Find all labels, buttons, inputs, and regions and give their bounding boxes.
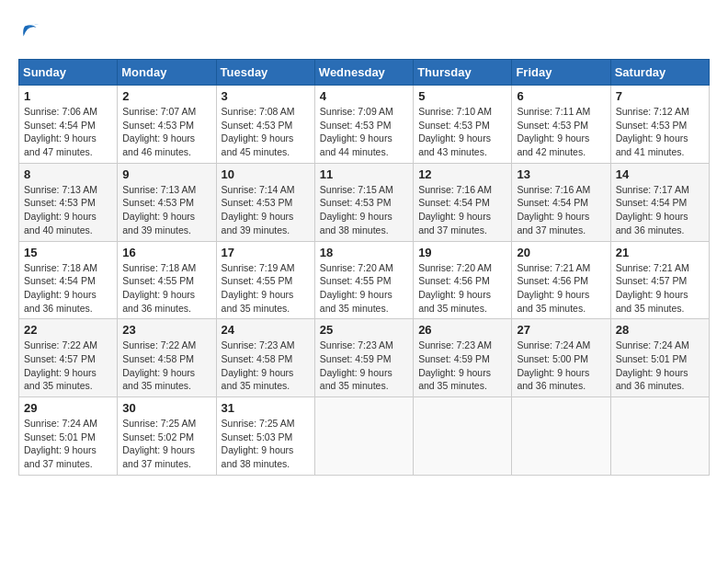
calendar-cell: 9 Sunrise: 7:13 AM Sunset: 4:53 PM Dayli… [118,163,216,241]
day-number: 6 [517,89,605,103]
day-number: 20 [517,246,605,259]
calendar-cell: 31 Sunrise: 7:25 AM Sunset: 5:03 PM Dayl… [216,397,314,476]
day-info: Sunrise: 7:12 AM Sunset: 4:53 PM Dayligh… [616,105,704,159]
day-number: 25 [320,323,408,337]
day-number: 17 [222,246,310,259]
page-header [18,18,710,44]
day-number: 5 [418,89,506,103]
day-info: Sunrise: 7:17 AM Sunset: 4:54 PM Dayligh… [616,183,704,237]
calendar-cell: 20 Sunrise: 7:21 AM Sunset: 4:56 PM Dayl… [512,241,610,319]
day-number: 18 [320,246,408,259]
day-number: 10 [222,167,310,181]
day-info: Sunrise: 7:07 AM Sunset: 4:53 PM Dayligh… [122,105,210,159]
day-info: Sunrise: 7:25 AM Sunset: 5:02 PM Dayligh… [122,417,210,471]
calendar-week-2: 8 Sunrise: 7:13 AM Sunset: 4:53 PM Dayli… [19,163,710,241]
weekday-header-monday: Monday [118,60,216,86]
day-info: Sunrise: 7:19 AM Sunset: 4:55 PM Dayligh… [222,261,310,316]
calendar-cell: 27 Sunrise: 7:24 AM Sunset: 5:00 PM Dayl… [512,319,610,397]
calendar-header-row: SundayMondayTuesdayWednesdayThursdayFrid… [19,60,710,86]
day-number: 4 [320,89,408,103]
calendar-cell: 6 Sunrise: 7:11 AM Sunset: 4:53 PM Dayli… [512,86,610,164]
day-info: Sunrise: 7:21 AM Sunset: 4:57 PM Dayligh… [616,261,704,316]
day-number: 19 [418,246,506,259]
calendar-cell: 16 Sunrise: 7:18 AM Sunset: 4:55 PM Dayl… [118,241,216,319]
logo [18,18,48,44]
day-info: Sunrise: 7:23 AM Sunset: 4:58 PM Dayligh… [222,339,310,393]
day-info: Sunrise: 7:06 AM Sunset: 4:54 PM Dayligh… [24,105,112,159]
day-info: Sunrise: 7:22 AM Sunset: 4:58 PM Dayligh… [122,339,210,393]
day-number: 9 [122,167,210,181]
calendar-cell [512,397,610,476]
day-number: 30 [122,401,210,415]
calendar-cell: 28 Sunrise: 7:24 AM Sunset: 5:01 PM Dayl… [610,319,709,397]
day-info: Sunrise: 7:25 AM Sunset: 5:03 PM Dayligh… [222,417,310,471]
day-number: 1 [24,89,112,103]
weekday-header-thursday: Thursday [414,60,512,86]
calendar-cell [414,397,512,476]
calendar-cell: 12 Sunrise: 7:16 AM Sunset: 4:54 PM Dayl… [414,163,512,241]
day-info: Sunrise: 7:09 AM Sunset: 4:53 PM Dayligh… [320,105,408,159]
day-info: Sunrise: 7:24 AM Sunset: 5:00 PM Dayligh… [517,339,605,393]
weekday-header-saturday: Saturday [610,60,709,86]
calendar-cell: 1 Sunrise: 7:06 AM Sunset: 4:54 PM Dayli… [19,86,118,164]
day-number: 3 [222,89,310,103]
weekday-header-wednesday: Wednesday [314,60,413,86]
day-number: 16 [122,246,210,259]
day-info: Sunrise: 7:13 AM Sunset: 4:53 PM Dayligh… [24,183,112,237]
calendar-cell: 25 Sunrise: 7:23 AM Sunset: 4:59 PM Dayl… [314,319,413,397]
day-info: Sunrise: 7:21 AM Sunset: 4:56 PM Dayligh… [517,261,605,316]
weekday-header-sunday: Sunday [19,60,118,86]
calendar-cell: 11 Sunrise: 7:15 AM Sunset: 4:53 PM Dayl… [314,163,413,241]
calendar-week-1: 1 Sunrise: 7:06 AM Sunset: 4:54 PM Dayli… [19,86,710,164]
calendar-cell [610,397,709,476]
calendar-week-5: 29 Sunrise: 7:24 AM Sunset: 5:01 PM Dayl… [19,397,710,476]
day-number: 8 [24,167,112,181]
day-info: Sunrise: 7:14 AM Sunset: 4:53 PM Dayligh… [222,183,310,237]
day-info: Sunrise: 7:24 AM Sunset: 5:01 PM Dayligh… [616,339,704,393]
day-info: Sunrise: 7:22 AM Sunset: 4:57 PM Dayligh… [24,339,112,393]
day-info: Sunrise: 7:18 AM Sunset: 4:54 PM Dayligh… [24,261,112,316]
day-number: 22 [24,323,112,337]
calendar-cell: 5 Sunrise: 7:10 AM Sunset: 4:53 PM Dayli… [414,86,512,164]
calendar-cell: 26 Sunrise: 7:23 AM Sunset: 4:59 PM Dayl… [414,319,512,397]
day-number: 11 [320,167,408,181]
day-number: 31 [222,401,310,415]
weekday-header-tuesday: Tuesday [216,60,314,86]
calendar-cell: 22 Sunrise: 7:22 AM Sunset: 4:57 PM Dayl… [19,319,118,397]
day-number: 26 [418,323,506,337]
day-number: 15 [24,246,112,259]
day-info: Sunrise: 7:24 AM Sunset: 5:01 PM Dayligh… [24,417,112,471]
calendar-cell: 10 Sunrise: 7:14 AM Sunset: 4:53 PM Dayl… [216,163,314,241]
day-number: 23 [122,323,210,337]
day-number: 29 [24,401,112,415]
calendar-cell: 15 Sunrise: 7:18 AM Sunset: 4:54 PM Dayl… [19,241,118,319]
day-info: Sunrise: 7:15 AM Sunset: 4:53 PM Dayligh… [320,183,408,237]
calendar-cell: 21 Sunrise: 7:21 AM Sunset: 4:57 PM Dayl… [610,241,709,319]
calendar-cell: 7 Sunrise: 7:12 AM Sunset: 4:53 PM Dayli… [610,86,709,164]
day-info: Sunrise: 7:20 AM Sunset: 4:55 PM Dayligh… [320,261,408,316]
day-number: 7 [616,89,704,103]
calendar-week-3: 15 Sunrise: 7:18 AM Sunset: 4:54 PM Dayl… [19,241,710,319]
day-number: 12 [418,167,506,181]
calendar-cell: 29 Sunrise: 7:24 AM Sunset: 5:01 PM Dayl… [19,397,118,476]
day-number: 14 [616,167,704,181]
day-number: 28 [616,323,704,337]
day-info: Sunrise: 7:13 AM Sunset: 4:53 PM Dayligh… [122,183,210,237]
calendar-cell: 18 Sunrise: 7:20 AM Sunset: 4:55 PM Dayl… [314,241,413,319]
calendar-cell: 13 Sunrise: 7:16 AM Sunset: 4:54 PM Dayl… [512,163,610,241]
day-info: Sunrise: 7:16 AM Sunset: 4:54 PM Dayligh… [517,183,605,237]
day-info: Sunrise: 7:11 AM Sunset: 4:53 PM Dayligh… [517,105,605,159]
day-number: 21 [616,246,704,259]
calendar-cell: 30 Sunrise: 7:25 AM Sunset: 5:02 PM Dayl… [118,397,216,476]
calendar-cell [314,397,413,476]
calendar-table: SundayMondayTuesdayWednesdayThursdayFrid… [18,59,710,476]
calendar-cell: 23 Sunrise: 7:22 AM Sunset: 4:58 PM Dayl… [118,319,216,397]
weekday-header-friday: Friday [512,60,610,86]
day-number: 27 [517,323,605,337]
logo-bird-icon [18,18,44,44]
day-info: Sunrise: 7:16 AM Sunset: 4:54 PM Dayligh… [418,183,506,237]
day-info: Sunrise: 7:23 AM Sunset: 4:59 PM Dayligh… [320,339,408,393]
calendar-cell: 2 Sunrise: 7:07 AM Sunset: 4:53 PM Dayli… [118,86,216,164]
calendar-cell: 24 Sunrise: 7:23 AM Sunset: 4:58 PM Dayl… [216,319,314,397]
calendar-cell: 8 Sunrise: 7:13 AM Sunset: 4:53 PM Dayli… [19,163,118,241]
